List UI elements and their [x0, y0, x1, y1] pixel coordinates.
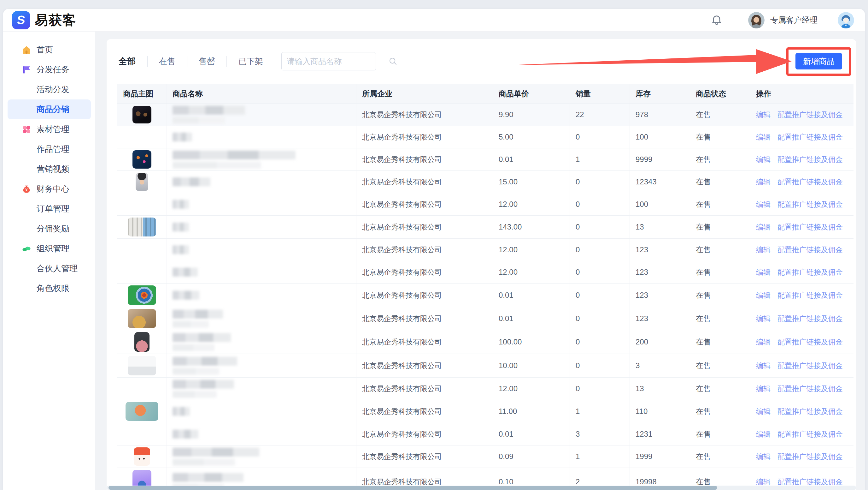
- user-avatar[interactable]: [838, 12, 854, 28]
- configure-promo-link[interactable]: 配置推广链接及佣金: [777, 132, 843, 142]
- product-thumbnail[interactable]: [128, 285, 156, 305]
- product-thumbnail[interactable]: [134, 448, 150, 466]
- sales-cell: 1: [570, 148, 630, 171]
- configure-promo-link[interactable]: 配置推广链接及佣金: [777, 267, 843, 277]
- edit-link[interactable]: 编辑: [756, 477, 771, 487]
- horizontal-scrollbar-track: [106, 486, 856, 490]
- sidebar-item-activity-distribution[interactable]: 活动分发: [7, 80, 91, 99]
- product-name-redacted: [173, 133, 192, 141]
- sidebar-item-partner-management[interactable]: 合伙人管理: [7, 259, 91, 279]
- price-cell: 12.00: [493, 193, 570, 215]
- product-thumbnail[interactable]: [128, 356, 156, 375]
- edit-link[interactable]: 编辑: [756, 245, 771, 255]
- configure-promo-link[interactable]: 配置推广链接及佣金: [777, 452, 843, 462]
- sidebar-item-role-permission[interactable]: 角色权限: [7, 279, 91, 298]
- home-icon: [22, 45, 32, 55]
- product-thumbnail[interactable]: [135, 173, 148, 191]
- edit-link[interactable]: 编辑: [756, 132, 771, 142]
- product-name-redacted: [173, 310, 223, 328]
- configure-promo-link[interactable]: 配置推广链接及佣金: [777, 290, 843, 300]
- price-cell: 100.00: [493, 330, 570, 354]
- edit-link[interactable]: 编辑: [756, 110, 771, 120]
- product-thumbnail[interactable]: [132, 106, 151, 123]
- table-row: 北京易企秀科技有限公司 11.00 1 110 在售 编辑 配置推广链接及佣金: [117, 400, 854, 423]
- horizontal-scrollbar-thumb[interactable]: [108, 486, 717, 490]
- product-thumbnail[interactable]: [126, 402, 158, 421]
- configure-promo-link[interactable]: 配置推广链接及佣金: [777, 361, 843, 371]
- configure-promo-link[interactable]: 配置推广链接及佣金: [777, 314, 843, 324]
- edit-link[interactable]: 编辑: [756, 267, 771, 277]
- price-cell: 0.01: [493, 423, 570, 445]
- product-thumbnail[interactable]: [128, 218, 156, 236]
- stock-cell: 978: [630, 104, 690, 126]
- product-name-redacted: [173, 223, 189, 231]
- column-header: 销量: [570, 84, 630, 103]
- price-cell: 0.09: [493, 445, 570, 468]
- product-thumbnail[interactable]: [132, 150, 151, 169]
- stock-cell: 1999: [630, 445, 690, 468]
- configure-promo-link[interactable]: 配置推广链接及佣金: [777, 477, 843, 487]
- clover-icon: [22, 124, 32, 135]
- configure-promo-link[interactable]: 配置推广链接及佣金: [777, 222, 843, 232]
- tab-all[interactable]: 全部: [117, 56, 147, 67]
- sidebar-item-material-management[interactable]: 素材管理: [7, 119, 91, 139]
- notification-bell-icon[interactable]: [710, 14, 723, 27]
- configure-promo-link[interactable]: 配置推广链接及佣金: [777, 110, 843, 120]
- stock-cell: 13: [630, 215, 690, 238]
- price-cell: 5.00: [493, 126, 570, 148]
- tab-on-sale[interactable]: 在售: [147, 56, 187, 67]
- status-text: 在售: [690, 261, 750, 283]
- configure-promo-link[interactable]: 配置推广链接及佣金: [777, 200, 843, 209]
- handshake-icon: [22, 244, 32, 254]
- sidebar-item-distribute-tasks[interactable]: 分发任务: [7, 60, 91, 80]
- status-text: 在售: [690, 171, 750, 193]
- configure-promo-link[interactable]: 配置推广链接及佣金: [777, 407, 843, 416]
- edit-link[interactable]: 编辑: [756, 429, 771, 439]
- manager-avatar[interactable]: [748, 12, 765, 28]
- stock-cell: 3: [630, 354, 690, 377]
- product-thumbnail[interactable]: [134, 332, 150, 352]
- configure-promo-link[interactable]: 配置推广链接及佣金: [777, 155, 843, 165]
- add-product-button[interactable]: 新增商品: [796, 53, 842, 69]
- sidebar-item-commission-reward[interactable]: 分佣奖励: [7, 219, 91, 239]
- sidebar-item-home[interactable]: 首页: [7, 40, 91, 60]
- edit-link[interactable]: 编辑: [756, 200, 771, 209]
- sidebar-item-marketing-video[interactable]: 营销视频: [7, 159, 91, 179]
- configure-promo-link[interactable]: 配置推广链接及佣金: [777, 337, 843, 347]
- search-icon[interactable]: [388, 57, 398, 66]
- configure-promo-link[interactable]: 配置推广链接及佣金: [777, 177, 843, 187]
- edit-link[interactable]: 编辑: [756, 361, 771, 371]
- configure-promo-link[interactable]: 配置推广链接及佣金: [777, 245, 843, 255]
- edit-link[interactable]: 编辑: [756, 407, 771, 416]
- tab-sold-out[interactable]: 售罄: [187, 56, 226, 67]
- edit-link[interactable]: 编辑: [756, 384, 771, 394]
- configure-promo-link[interactable]: 配置推广链接及佣金: [777, 429, 843, 439]
- edit-link[interactable]: 编辑: [756, 222, 771, 232]
- product-name-redacted: [173, 407, 190, 416]
- price-cell: 12.00: [493, 261, 570, 283]
- sidebar-item-organization-management[interactable]: 组织管理: [7, 239, 91, 259]
- configure-promo-link[interactable]: 配置推广链接及佣金: [777, 384, 843, 394]
- edit-link[interactable]: 编辑: [756, 155, 771, 165]
- sidebar-item-works-management[interactable]: 作品管理: [7, 139, 91, 159]
- edit-link[interactable]: 编辑: [756, 177, 771, 187]
- edit-link[interactable]: 编辑: [756, 290, 771, 300]
- sidebar-item-order-management[interactable]: 订单管理: [7, 199, 91, 219]
- edit-link[interactable]: 编辑: [756, 452, 771, 462]
- column-header: 商品状态: [690, 84, 750, 103]
- stock-cell: 9999: [630, 148, 690, 171]
- sidebar-item-finance-center[interactable]: ¥ 财务中心: [7, 179, 91, 199]
- icon-spacer: [22, 164, 32, 174]
- moneybag-icon: ¥: [22, 184, 32, 194]
- product-thumbnail[interactable]: [128, 309, 156, 328]
- stock-cell: 12343: [630, 171, 690, 193]
- search-input[interactable]: [287, 57, 388, 66]
- edit-link[interactable]: 编辑: [756, 337, 771, 347]
- stock-cell: 13: [630, 378, 690, 400]
- tab-off-shelf[interactable]: 已下架: [226, 56, 274, 67]
- edit-link[interactable]: 编辑: [756, 314, 771, 324]
- sidebar-item-product-distribution[interactable]: 商品分销: [7, 99, 91, 119]
- sales-cell: 1: [570, 400, 630, 423]
- topbar: S 易获客 专属客户经理: [3, 9, 865, 32]
- price-cell: 12.00: [493, 239, 570, 261]
